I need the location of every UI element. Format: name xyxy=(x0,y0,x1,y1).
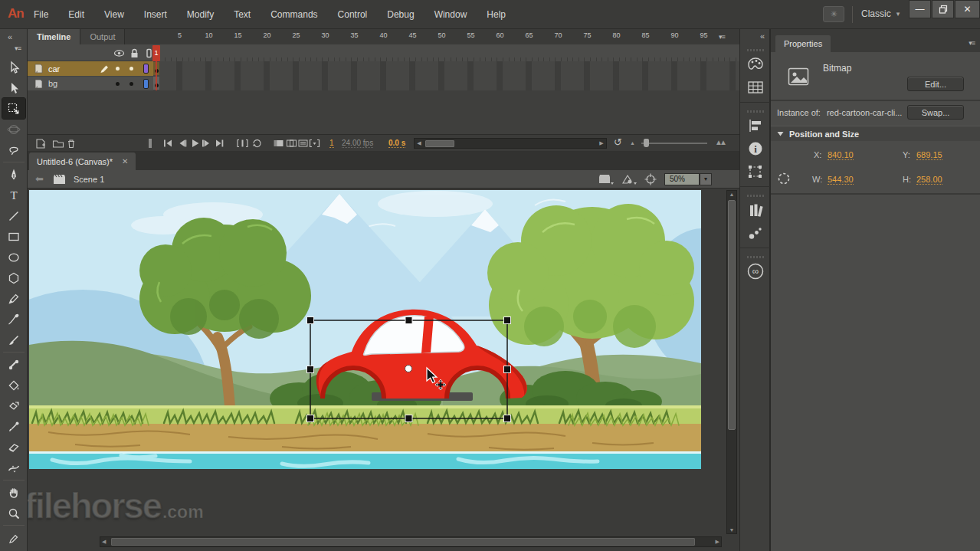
scroll-down-icon[interactable]: ▼ xyxy=(727,527,736,533)
playhead-marker[interactable]: 1 xyxy=(152,45,160,61)
layer-outline-color-swatch[interactable] xyxy=(143,64,149,74)
stage-zoom-input[interactable]: 50% xyxy=(664,173,700,185)
dock-gripper[interactable] xyxy=(747,49,764,51)
tab-timeline[interactable]: Timeline xyxy=(28,29,80,44)
layer-lock-dot[interactable] xyxy=(129,67,133,71)
polystar-tool[interactable] xyxy=(2,267,25,288)
layer-lock-dot[interactable] xyxy=(129,82,133,86)
width-value[interactable]: 544.30 xyxy=(828,175,854,185)
rotation-3d-tool[interactable] xyxy=(2,119,25,139)
y-value[interactable]: 689.15 xyxy=(916,150,942,160)
color-panel-button[interactable] xyxy=(740,53,771,76)
menu-edit[interactable]: Edit xyxy=(68,9,84,20)
height-value[interactable]: 258.00 xyxy=(916,175,942,185)
frame-zoom-in-icon[interactable]: ▲▲ xyxy=(715,138,724,146)
align-panel-button[interactable] xyxy=(740,114,771,137)
stage-canvas[interactable] xyxy=(29,190,701,469)
loop-playback-button[interactable] xyxy=(250,137,264,149)
transform-point[interactable] xyxy=(405,366,412,372)
transform-panel-button[interactable] xyxy=(740,160,771,183)
collapse-tools-icon[interactable]: « xyxy=(2,31,18,42)
subselection-tool[interactable] xyxy=(2,77,25,98)
info-panel-button[interactable]: i xyxy=(740,137,771,160)
rectangle-tool[interactable] xyxy=(2,226,25,247)
menu-debug[interactable]: Debug xyxy=(387,9,414,20)
timeline-ruler[interactable] xyxy=(153,44,739,61)
width-tool[interactable] xyxy=(2,458,25,478)
library-panel-button[interactable] xyxy=(740,198,771,221)
menu-text[interactable]: Text xyxy=(234,9,251,20)
workspace-switcher[interactable]: Classic ▾ xyxy=(861,8,900,19)
reset-timeline-zoom-icon[interactable]: ↺ xyxy=(614,136,622,148)
center-frame-button[interactable] xyxy=(235,137,249,149)
frame-zoom-slider-thumb[interactable] xyxy=(644,139,649,147)
oval-tool[interactable] xyxy=(2,247,25,267)
dock-gripper[interactable] xyxy=(747,256,764,258)
stage-zoom-dropdown-icon[interactable]: ▾ xyxy=(700,173,712,185)
panel-resize-handle[interactable] xyxy=(149,139,152,148)
frame-rate-value[interactable]: 24.00 fps xyxy=(342,139,373,148)
onion-skin-button[interactable] xyxy=(271,137,285,149)
scroll-up-icon[interactable]: ▲ xyxy=(727,192,736,197)
elapsed-time-value[interactable]: 0.0 s xyxy=(388,139,405,148)
layer-row-car[interactable]: car xyxy=(28,61,739,76)
menu-modify[interactable]: Modify xyxy=(187,9,214,20)
pen-tool[interactable] xyxy=(2,164,25,185)
go-to-last-frame-button[interactable] xyxy=(213,137,227,149)
free-transform-tool[interactable] xyxy=(2,98,25,119)
x-value[interactable]: 840.10 xyxy=(828,150,854,160)
menu-file[interactable]: File xyxy=(34,9,48,20)
brush-tool[interactable] xyxy=(2,309,25,330)
delete-layer-button[interactable] xyxy=(64,137,78,149)
new-layer-button[interactable] xyxy=(34,137,48,149)
edit-scene-icon[interactable] xyxy=(598,174,614,185)
ink-bottle-tool[interactable] xyxy=(2,395,25,416)
scroll-right-icon[interactable]: ▶ xyxy=(597,140,606,146)
sync-settings-button[interactable]: ✳ xyxy=(823,6,844,22)
menu-commands[interactable]: Commands xyxy=(270,9,317,20)
minimize-button[interactable]: — xyxy=(909,0,931,18)
center-stage-icon[interactable] xyxy=(644,173,657,185)
playhead-line[interactable] xyxy=(156,61,157,90)
tab-output[interactable]: Output xyxy=(80,29,125,44)
position-and-size-section-header[interactable]: Position and Size xyxy=(771,126,980,141)
creative-cloud-panel-button[interactable]: ∞ xyxy=(740,260,771,283)
menu-view[interactable]: View xyxy=(104,9,124,20)
selection-tool[interactable] xyxy=(2,57,25,77)
stage-horizontal-scrollbar[interactable]: ◀ ▶ xyxy=(100,536,722,547)
scroll-left-icon[interactable]: ◀ xyxy=(102,539,106,545)
menu-insert[interactable]: Insert xyxy=(144,9,167,20)
hand-tool[interactable] xyxy=(2,482,25,503)
timeline-panel-menu-icon[interactable]: ▾≡ xyxy=(719,33,725,41)
zoom-tool[interactable] xyxy=(2,503,25,523)
pencil-tool[interactable] xyxy=(2,288,25,309)
eraser-tool[interactable] xyxy=(2,437,25,458)
dock-gripper[interactable] xyxy=(747,110,764,113)
layer-visibility-dot[interactable] xyxy=(116,67,120,71)
current-frame-value[interactable]: 1 xyxy=(329,139,334,148)
lock-all-layers-icon[interactable] xyxy=(128,47,140,59)
edit-button[interactable]: Edit... xyxy=(907,77,964,91)
paint-brush-tool[interactable] xyxy=(2,330,25,350)
link-width-height-icon[interactable] xyxy=(777,172,791,185)
show-hide-all-layers-icon[interactable] xyxy=(113,47,125,59)
layer-row-bg[interactable]: bg xyxy=(28,76,739,90)
menu-help[interactable]: Help xyxy=(487,9,506,20)
modify-markers-button[interactable] xyxy=(308,137,322,149)
scrollbar-thumb[interactable] xyxy=(425,140,454,147)
lasso-tool[interactable] xyxy=(2,139,25,160)
scene-breadcrumb[interactable]: Scene 1 xyxy=(53,174,104,185)
layer-outline-color-swatch[interactable] xyxy=(143,79,149,89)
close-button[interactable]: ✕ xyxy=(955,0,980,18)
swatches-panel-button[interactable] xyxy=(740,76,771,99)
properties-panel-menu-icon[interactable]: ▾≡ xyxy=(969,39,975,47)
menu-window[interactable]: Window xyxy=(434,9,467,20)
stage-vertical-scrollbar[interactable]: ▲ ▼ xyxy=(726,190,737,534)
menu-control[interactable]: Control xyxy=(338,9,368,20)
layer-visibility-dot[interactable] xyxy=(116,82,120,86)
frame-zoom-slider[interactable] xyxy=(641,143,707,144)
scroll-right-icon[interactable]: ▶ xyxy=(716,539,719,545)
timeline-horizontal-scrollbar[interactable]: ◀ ▶ xyxy=(414,138,607,149)
line-tool[interactable] xyxy=(2,205,25,226)
frame-zoom-out-icon[interactable]: ▲ xyxy=(630,140,635,146)
